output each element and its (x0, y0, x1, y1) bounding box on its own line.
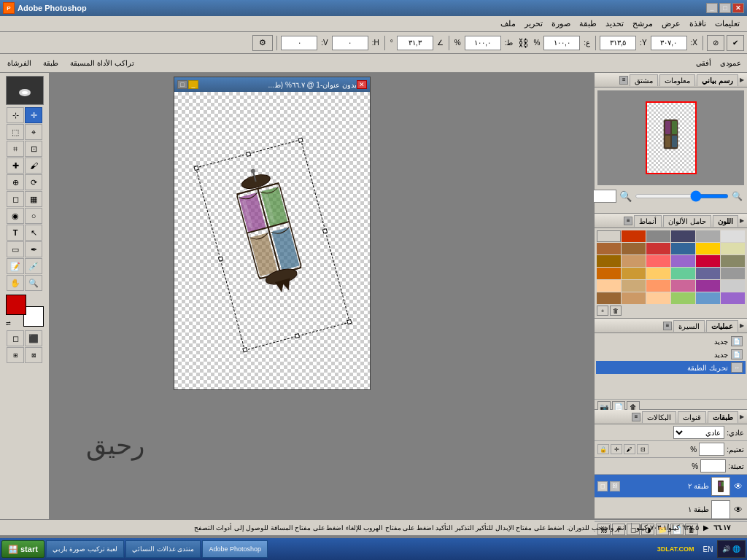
layer-row-1[interactable]: 👁 طبقة ١ (595, 498, 747, 521)
hskew-input[interactable] (332, 36, 368, 50)
cancel-button[interactable]: ⊘ (707, 35, 724, 51)
lock-transparent-icon[interactable]: ⊡ (637, 444, 649, 454)
check-button[interactable]: ✔ (727, 35, 744, 51)
swatch-2[interactable] (646, 230, 670, 242)
option-layer[interactable]: طبقة (39, 59, 63, 67)
swatch-24[interactable] (597, 280, 621, 292)
edit-mode-btn[interactable]: ⊠ (25, 347, 42, 363)
colors-expand-arrow[interactable]: ▶ (740, 217, 744, 224)
history-panel-btn[interactable]: ≡ (663, 322, 672, 330)
swatch-1[interactable] (622, 230, 646, 242)
tab-paths[interactable]: البكالات (642, 411, 676, 423)
tab-swatches[interactable]: حامل الألوان (663, 215, 711, 227)
swatch-14[interactable] (646, 255, 670, 267)
swatch-9[interactable] (671, 243, 695, 254)
swatch-11[interactable] (721, 243, 745, 254)
swatch-23[interactable] (721, 268, 745, 279)
colors-panel-btn[interactable]: ≡ (624, 217, 632, 225)
history-brush-tool[interactable]: ⟳ (25, 174, 42, 190)
notes-tool[interactable]: 📝 (7, 258, 24, 274)
swatch-27[interactable] (671, 280, 695, 292)
x-input[interactable] (651, 36, 687, 50)
swatch-4[interactable] (696, 230, 720, 242)
crop-tool[interactable]: ⌗ (7, 141, 24, 157)
taskbar-item-0[interactable]: لعبة تركيب صورة باربي (46, 540, 125, 558)
layers-expand-arrow[interactable]: ▶ (740, 413, 744, 420)
swatch-8[interactable] (646, 243, 670, 254)
layer-visibility-1[interactable]: 👁 (732, 504, 744, 516)
blur-tool[interactable]: ◉ (7, 208, 24, 224)
move-tool[interactable]: ✛ (25, 107, 42, 123)
menu-filter[interactable]: مرشح (628, 18, 657, 30)
menu-window[interactable]: نافذة (685, 18, 711, 30)
fill-tool[interactable]: ▦ (25, 191, 42, 207)
zoom-tool[interactable]: 🔍 (25, 275, 42, 291)
zoom-in-icon[interactable]: 🔍 (619, 190, 632, 202)
swatch-delete-btn[interactable]: 🗑 (610, 306, 622, 316)
swatch-7[interactable] (622, 243, 646, 254)
swatch-32[interactable] (646, 292, 670, 304)
swatch-35[interactable] (721, 292, 745, 304)
hand-tool[interactable]: ✋ (7, 275, 24, 291)
tab-info[interactable]: معلومات (659, 74, 695, 86)
swatch-29[interactable] (721, 280, 745, 292)
swatch-15[interactable] (671, 255, 695, 267)
swatch-13[interactable] (622, 255, 646, 267)
vskew-input[interactable] (281, 36, 317, 50)
layers-panel-btn[interactable]: ≡ (632, 413, 640, 421)
swatch-33[interactable] (671, 292, 695, 304)
history-item-2[interactable]: ↔ تحريك الطبقة (596, 361, 746, 374)
angle-input[interactable] (397, 36, 433, 50)
swatch-28[interactable] (696, 280, 720, 292)
tab-styles[interactable]: أنماط (634, 215, 662, 227)
rect-select-tool[interactable]: ⬚ (7, 124, 24, 140)
pen-tool[interactable]: ✒ (25, 241, 42, 257)
swatch-10[interactable] (696, 243, 720, 254)
zoom-slider[interactable] (635, 194, 729, 198)
swatch-19[interactable] (622, 268, 646, 279)
swatch-25[interactable] (622, 280, 646, 292)
navigator-panel-btn[interactable]: ≡ (619, 76, 628, 85)
blend-mode-select[interactable]: عادي ضرب شاشة (673, 426, 724, 439)
swap-colors-icon[interactable]: ⇌ (6, 320, 11, 327)
type-tool[interactable]: T (7, 225, 24, 241)
brush-tool[interactable]: 🖌 (25, 158, 42, 174)
layer-row-0[interactable]: 👁 طبقة ٢ ⛓ ◻ (595, 475, 747, 498)
eraser-tool[interactable]: ◻ (7, 191, 24, 207)
doc-maximize-btn[interactable]: □ (177, 80, 187, 89)
swatch-22[interactable] (696, 268, 720, 279)
swatch-20[interactable] (646, 268, 670, 279)
quick-mask-mode[interactable]: ⬛ (25, 330, 42, 346)
clone-tool[interactable]: ⊕ (7, 174, 24, 190)
tab-history[interactable]: السيرة (673, 320, 705, 332)
taskbar-item-2[interactable]: Adobe Photoshop (202, 540, 268, 558)
swatch-17[interactable] (721, 255, 745, 267)
lock-pixels-icon[interactable]: 🖌 (624, 444, 635, 454)
maximize-button[interactable]: □ (719, 3, 731, 13)
transform-options-btn[interactable]: ⚙ (252, 35, 273, 51)
navigator-expand-arrow[interactable]: ▶ (740, 77, 744, 83)
menu-select[interactable]: تحديد (601, 18, 628, 30)
swatch-0[interactable] (597, 230, 621, 242)
swatch-3[interactable] (671, 230, 695, 242)
swatch-16[interactable] (696, 255, 720, 267)
eyedropper-tool[interactable]: 💉 (25, 258, 42, 274)
screen-mode-btn[interactable]: ⊞ (7, 347, 24, 363)
doc-minimize-btn[interactable]: _ (188, 80, 198, 89)
tab-layers[interactable]: طبقات (708, 411, 738, 423)
standard-mode[interactable]: ◻ (7, 330, 24, 346)
healing-tool[interactable]: ✚ (7, 158, 24, 174)
zoom-out-icon[interactable]: 🔍 (732, 191, 743, 201)
lasso-tool[interactable]: ⌖ (25, 124, 42, 140)
shape-tool[interactable]: ▭ (7, 241, 24, 257)
lock-position-icon[interactable]: ✛ (611, 444, 622, 454)
swatch-21[interactable] (671, 268, 695, 279)
menu-file[interactable]: ملف (496, 18, 520, 30)
menu-layer[interactable]: طبقة (575, 18, 601, 30)
opacity-input[interactable]: ١٠٠ (699, 443, 724, 456)
tab-histogram[interactable]: رسم بياني (697, 74, 738, 86)
start-button[interactable]: 🪟 start (1, 540, 44, 558)
path-select-tool[interactable]: ↖ (25, 225, 42, 241)
option-presets[interactable]: تراكب الأداة المسبقة (66, 59, 139, 67)
lock-all-icon[interactable]: 🔒 (597, 444, 609, 454)
